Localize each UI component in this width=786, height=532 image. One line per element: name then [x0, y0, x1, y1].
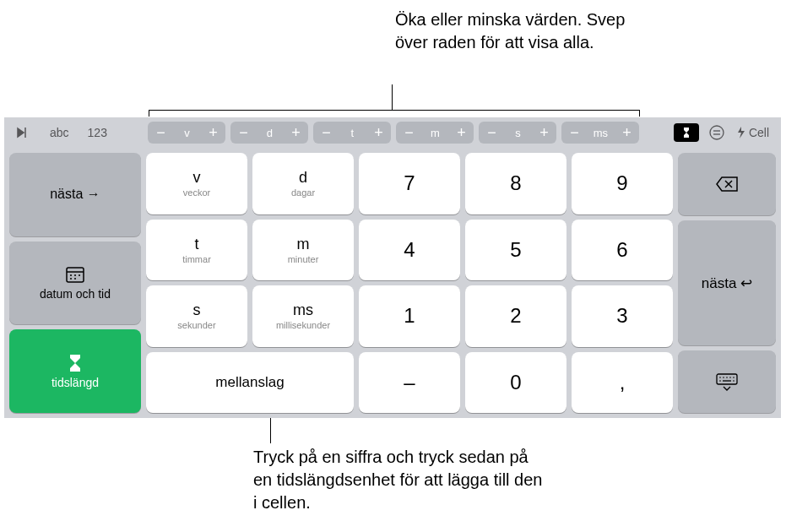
- svg-point-13: [719, 377, 721, 378]
- comma-key[interactable]: ,: [572, 352, 673, 414]
- callout-top-text: Öka eller minska värden. Svep över raden…: [395, 8, 648, 54]
- stepper-m: − m +: [396, 122, 474, 144]
- tab-next-icon[interactable]: [9, 121, 38, 144]
- unit-name: dagar: [291, 187, 315, 198]
- dismiss-keyboard-button[interactable]: [678, 350, 776, 413]
- stepper-d: − d +: [230, 122, 308, 144]
- digit-3[interactable]: 3: [572, 285, 673, 347]
- 123-button[interactable]: 123: [81, 121, 114, 144]
- unit-symbol: d: [299, 169, 307, 187]
- callout-bottom-text: Tryck på en siffra och tryck sedan på en…: [253, 446, 549, 514]
- svg-point-7: [79, 274, 80, 276]
- unit-symbol: v: [193, 169, 201, 187]
- stepper-s-label: s: [504, 127, 531, 139]
- svg-point-6: [74, 274, 76, 276]
- stepper-t-label: t: [339, 127, 366, 139]
- backspace-icon: [715, 176, 739, 193]
- callout-line: [639, 110, 640, 117]
- digit-9[interactable]: 9: [572, 153, 673, 214]
- unit-key-t[interactable]: t timmar: [146, 220, 247, 281]
- stepper-ms-label: ms: [587, 127, 614, 139]
- unit-name: minuter: [288, 254, 319, 264]
- topbar-right-icons: Cell: [674, 121, 776, 144]
- duration-keyboard: abc 123 − v + − d + − t + − m +: [4, 117, 781, 418]
- unit-name: timmar: [182, 254, 211, 264]
- center-keypad: v veckor d dagar 7 8 9 t timmar m minute…: [146, 153, 673, 413]
- svg-point-0: [710, 126, 724, 139]
- stepper-v-minus[interactable]: −: [148, 122, 173, 144]
- duration-mode-button[interactable]: tidslängd: [9, 329, 141, 413]
- unit-key-v[interactable]: v veckor: [146, 153, 247, 214]
- next-cell-label: nästa →: [50, 187, 100, 202]
- stepper-t-minus[interactable]: −: [313, 122, 339, 144]
- callout-line: [149, 110, 640, 111]
- unit-name: veckor: [183, 187, 210, 198]
- cell-button[interactable]: Cell: [735, 121, 776, 144]
- stepper-ms-minus[interactable]: −: [561, 122, 587, 144]
- stepper-t-plus[interactable]: +: [366, 122, 391, 144]
- stepper-ms-plus[interactable]: +: [614, 122, 639, 144]
- next-cell-button[interactable]: nästa →: [9, 153, 141, 236]
- unit-key-ms[interactable]: ms millisekunder: [252, 285, 354, 347]
- callout-line: [392, 84, 393, 110]
- svg-rect-12: [717, 374, 737, 384]
- keyboard-top-bar: abc 123 − v + − d + − t + − m +: [4, 117, 781, 148]
- svg-point-5: [70, 274, 72, 276]
- stepper-m-label: m: [421, 127, 448, 139]
- calendar-icon: [65, 265, 85, 284]
- cell-button-label: Cell: [749, 126, 769, 139]
- stepper-v-plus[interactable]: +: [200, 122, 225, 144]
- stepper-s: − s +: [479, 122, 556, 144]
- svg-point-8: [70, 278, 72, 280]
- duration-mode-icon[interactable]: [674, 123, 699, 142]
- digit-5[interactable]: 5: [465, 220, 566, 281]
- abc-button[interactable]: abc: [43, 121, 76, 144]
- digit-8[interactable]: 8: [465, 153, 566, 214]
- dismiss-keyboard-icon: [714, 372, 740, 391]
- digit-6[interactable]: 6: [572, 220, 673, 281]
- backspace-button[interactable]: [678, 153, 776, 215]
- key-area: nästa → datum och tid tidslängd v veckor: [4, 148, 781, 418]
- datetime-mode-button[interactable]: datum och tid: [9, 242, 141, 325]
- svg-point-16: [729, 377, 731, 378]
- next-button-label: nästa ↩︎: [702, 274, 752, 292]
- left-column: nästa → datum och tid tidslängd: [9, 153, 141, 413]
- datetime-mode-label: datum och tid: [40, 287, 111, 301]
- unit-name: sekunder: [177, 320, 215, 330]
- formula-equals-icon[interactable]: [702, 121, 731, 144]
- stepper-t: − t +: [313, 122, 391, 144]
- duration-mode-label: tidslängd: [51, 376, 99, 389]
- stepper-m-plus[interactable]: +: [448, 122, 474, 144]
- unit-symbol: ms: [293, 301, 313, 319]
- stepper-s-plus[interactable]: +: [531, 122, 556, 144]
- minus-key[interactable]: –: [359, 352, 460, 414]
- unit-key-s[interactable]: s sekunder: [146, 285, 247, 347]
- stepper-d-label: d: [256, 127, 283, 139]
- digit-0[interactable]: 0: [465, 352, 566, 414]
- stepper-ms: − ms +: [561, 122, 639, 144]
- digit-1[interactable]: 1: [359, 285, 460, 347]
- next-button[interactable]: nästa ↩︎: [678, 220, 776, 345]
- svg-point-18: [719, 380, 721, 382]
- unit-key-m[interactable]: m minuter: [252, 220, 354, 281]
- stepper-s-minus[interactable]: −: [479, 122, 504, 144]
- callout-line: [149, 110, 149, 117]
- svg-point-9: [74, 278, 76, 280]
- svg-point-15: [726, 377, 728, 378]
- digit-2[interactable]: 2: [465, 285, 566, 347]
- digit-4[interactable]: 4: [359, 220, 460, 281]
- svg-point-19: [733, 380, 735, 382]
- stepper-d-plus[interactable]: +: [283, 122, 308, 144]
- unit-key-d[interactable]: d dagar: [252, 153, 354, 214]
- stepper-d-minus[interactable]: −: [230, 122, 256, 144]
- digit-7[interactable]: 7: [359, 153, 460, 214]
- stepper-m-minus[interactable]: −: [396, 122, 421, 144]
- stepper-v: − v +: [148, 122, 225, 144]
- unit-symbol: m: [297, 236, 310, 253]
- right-column: nästa ↩︎: [678, 153, 776, 413]
- unit-name: millisekunder: [276, 320, 330, 330]
- stepper-row: − v + − d + − t + − m + − s +: [119, 122, 669, 144]
- space-key[interactable]: mellanslag: [146, 352, 354, 414]
- svg-point-17: [733, 377, 735, 378]
- stepper-v-label: v: [173, 127, 200, 139]
